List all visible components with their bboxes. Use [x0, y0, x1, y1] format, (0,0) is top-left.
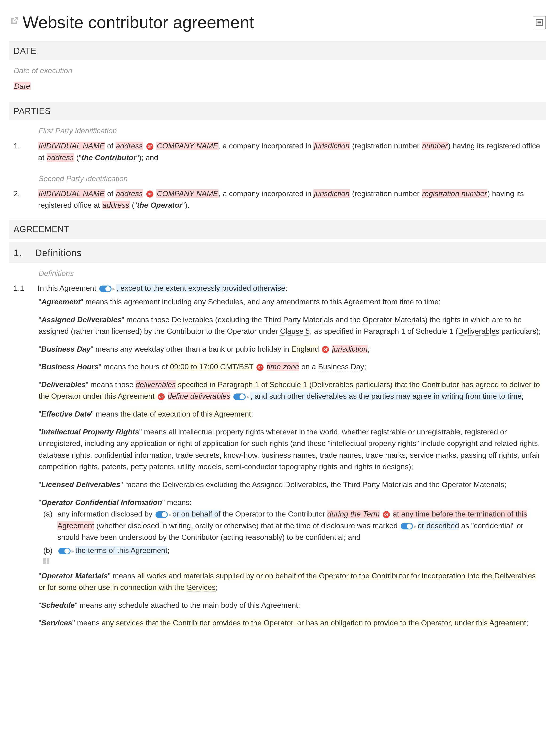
placeholder-jurisdiction[interactable]: jurisdiction	[313, 142, 350, 150]
link-operator-materials-2[interactable]: Operator Materials	[442, 480, 504, 489]
placeholder-address-3[interactable]: address	[116, 189, 143, 198]
placeholder-timezone[interactable]: time zone	[267, 362, 299, 371]
list-item-a: (a) any information disclosed by ▸or on …	[43, 508, 542, 543]
option-services[interactable]: any services that the Contributor provid…	[102, 619, 526, 627]
party2-hint: Second Party identification	[9, 168, 546, 186]
link-services[interactable]: Services	[187, 583, 216, 592]
placeholder-jurisdiction-3[interactable]: jurisdiction	[332, 345, 368, 353]
clause-1-1-body[interactable]: In this Agreement ▸, except to the exten…	[38, 283, 287, 294]
toggle-icon[interactable]: ▸	[401, 522, 417, 531]
document-header: Website contributor agreement	[9, 9, 546, 36]
toggle-icon[interactable]: ▸	[155, 510, 171, 519]
optional-text-4[interactable]: or described	[418, 522, 459, 530]
page-title: Website contributor agreement	[23, 9, 254, 36]
section-definitions-heading: 1. Definitions	[9, 243, 546, 263]
optional-text-5[interactable]: the terms of this Agreement	[75, 546, 167, 555]
link-business-day[interactable]: Business Day	[318, 362, 364, 371]
clause-1-1: 1.1 In this Agreement ▸, except to the e…	[9, 281, 546, 296]
placeholder-jurisdiction-2[interactable]: jurisdiction	[313, 189, 350, 198]
def-operator-confidential-info[interactable]: "Operator Confidential Information" mean…	[38, 497, 542, 564]
def-operator-materials[interactable]: "Operator Materials" means all works and…	[38, 570, 542, 593]
placeholder-company-name-2[interactable]: COMPANY NAME	[156, 189, 218, 198]
or-pill[interactable]: or	[322, 346, 329, 353]
section-agreement-heading: AGREEMENT	[9, 220, 546, 239]
link-third-party-materials[interactable]: Third Party Materials	[264, 315, 333, 324]
section-parties-heading: PARTIES	[9, 102, 546, 121]
party-2-row: 2. INDIVIDUAL NAME of address or COMPANY…	[9, 186, 546, 216]
list-item-b: (b) ▸the terms of this Agreement;	[43, 545, 542, 557]
placeholder-individual-name[interactable]: INDIVIDUAL NAME	[38, 142, 105, 150]
toggle-icon[interactable]: ▸	[99, 284, 115, 293]
optional-text[interactable]: , except to the extent expressly provide…	[116, 284, 285, 292]
placeholder-address-2[interactable]: address	[46, 153, 75, 162]
or-pill[interactable]: or	[146, 190, 153, 197]
option-hours[interactable]: 09:00 to 17:00 GMT/BST	[170, 362, 253, 371]
date-field[interactable]: Date	[9, 79, 546, 98]
or-pill[interactable]: or	[383, 511, 390, 518]
party-1-row: 1. INDIVIDUAL NAME of address or COMPANY…	[9, 139, 546, 168]
definitions-hint: Definitions	[9, 263, 546, 281]
link-deliverables-2[interactable]: Deliverables	[458, 327, 499, 336]
or-pill[interactable]: or	[158, 393, 165, 400]
def-effective-date[interactable]: "Effective Date" means the date of execu…	[38, 408, 542, 420]
toggle-icon[interactable]: ▸	[58, 547, 75, 555]
list-item-a-body[interactable]: any information disclosed by ▸or on beha…	[57, 508, 542, 543]
toggle-icon[interactable]: ▸	[234, 392, 249, 401]
optional-text-3[interactable]: or on behalf of	[172, 510, 221, 518]
option-england[interactable]: England	[291, 345, 319, 353]
link-deliverables-3[interactable]: Deliverables	[312, 380, 353, 389]
option-operator-materials[interactable]: all works and materials supplied by or o…	[137, 572, 494, 580]
party1-hint: First Party identification	[9, 120, 546, 139]
def-business-day[interactable]: "Business Day" means any weekday other t…	[38, 343, 542, 355]
link-deliverables-5[interactable]: Deliverables	[495, 572, 536, 580]
link-deliverables[interactable]: Deliverables	[171, 315, 213, 324]
option-during-term[interactable]: during the Term	[327, 510, 380, 518]
def-agreement[interactable]: "Agreement" means this agreement includi…	[38, 296, 542, 308]
def-licensed-deliverables[interactable]: "Licensed Deliverables" means the Delive…	[38, 479, 542, 491]
link-clause-5[interactable]: Clause 5	[280, 327, 310, 336]
option-effective-date[interactable]: the date of execution of this Agreement	[121, 410, 251, 418]
role-operator: the Operator	[137, 201, 182, 209]
role-contributor: the Contributor	[82, 153, 136, 162]
section-date-heading: DATE	[9, 41, 546, 60]
placeholder-address-4[interactable]: address	[102, 201, 130, 209]
list-item-b-body[interactable]: ▸the terms of this Agreement;	[57, 545, 169, 557]
party-2-number: 2.	[14, 188, 25, 211]
placeholder-company-name[interactable]: COMPANY NAME	[156, 142, 218, 150]
date-hint: Date of execution	[9, 60, 546, 79]
def-assigned-deliverables[interactable]: "Assigned Deliverables" means those Deli…	[38, 314, 542, 337]
def-business-hours[interactable]: "Business Hours" means the hours of 09:0…	[38, 361, 542, 373]
drag-handle-row[interactable]	[43, 558, 542, 564]
placeholder-number[interactable]: number	[422, 142, 448, 150]
party-1-number: 1.	[14, 140, 25, 163]
def-schedule[interactable]: "Schedule" means any schedule attached t…	[38, 600, 542, 611]
link-deliverables-4[interactable]: Deliverables	[162, 480, 204, 489]
placeholder-define-deliverables[interactable]: define deliverables	[168, 392, 231, 400]
def-services[interactable]: "Services" means any services that the C…	[38, 617, 542, 629]
link-third-party-materials-2[interactable]: Third Party Materials	[343, 480, 412, 489]
link-assigned-deliverables[interactable]: Assigned Deliverables	[252, 480, 326, 489]
def-ipr[interactable]: "Intellectual Property Rights" means all…	[38, 426, 542, 473]
party-2-body[interactable]: INDIVIDUAL NAME of address or COMPANY NA…	[38, 188, 542, 211]
party-1-body[interactable]: INDIVIDUAL NAME of address or COMPANY NA…	[38, 140, 542, 163]
placeholder-registration-number[interactable]: registration number	[422, 189, 487, 198]
link-operator-materials[interactable]: Operator Materials	[363, 315, 425, 324]
optional-text-2[interactable]: , and such other deliverables as the par…	[250, 392, 522, 400]
definitions-block: "Agreement" means this agreement includi…	[9, 296, 546, 629]
placeholder-deliverables[interactable]: deliverables	[136, 380, 176, 389]
placeholder-date[interactable]: Date	[14, 82, 31, 90]
or-pill[interactable]: or	[146, 143, 153, 150]
placeholder-individual-name-2[interactable]: INDIVIDUAL NAME	[38, 189, 105, 198]
drag-handle-icon[interactable]	[43, 558, 50, 564]
document-icon[interactable]	[533, 16, 546, 29]
external-link-icon[interactable]	[9, 16, 19, 29]
or-pill[interactable]: or	[257, 364, 264, 371]
def-deliverables[interactable]: "Deliverables" means those deliverables …	[38, 379, 542, 402]
clause-number: 1.1	[14, 283, 28, 294]
placeholder-address[interactable]: address	[116, 142, 143, 150]
